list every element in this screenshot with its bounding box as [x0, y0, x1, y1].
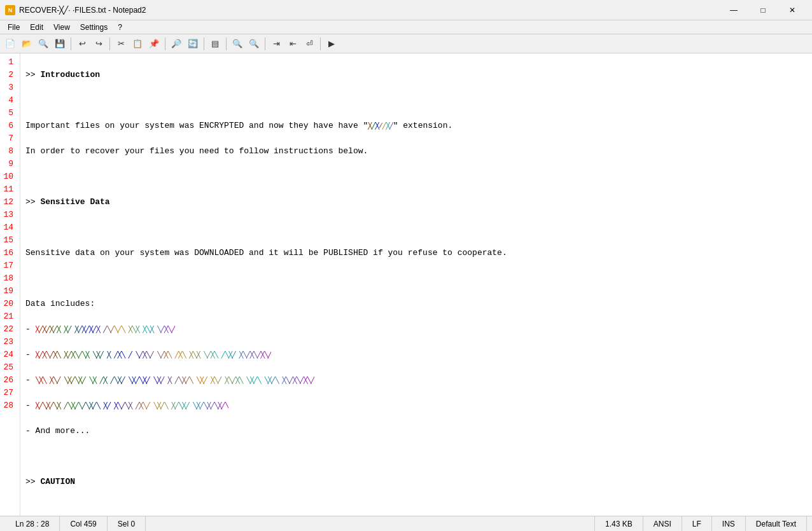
garbled-line-14: ╳╱╲╳╱╲╳ ╱╲╳╱╲╱╲╳╱╲ ╳╱ ╳╲╱╲╳ ╱╳╲╱ ╲╳╱╲ ╳╱…: [36, 402, 228, 410]
editor-line-13: - ╲╳╲ ╳╲╱ ╲╳╱╲╳╱ ╲╳ ╱╳ ╱╲╳╱ ╲╳╱╲╳╱ ╲╳╱ ╳…: [25, 374, 807, 387]
indent-button[interactable]: ⇥: [269, 36, 284, 52]
status-encoding: ANSI: [643, 516, 682, 531]
find-button[interactable]: 🔎: [169, 36, 184, 52]
new-button[interactable]: 📄: [3, 36, 18, 52]
toolbar-sep-1: [71, 38, 71, 50]
garbled-line-13: ╲╳╲ ╳╲╱ ╲╳╱╲╳╱ ╲╳ ╱╳ ╱╲╳╱ ╲╳╱╲╳╱ ╲╳╱ ╳ ╱…: [36, 376, 314, 384]
toolbar-sep-7: [320, 38, 321, 50]
status-position: Ln 28 : 28: [5, 516, 60, 531]
wrap-button[interactable]: ⏎: [302, 36, 317, 52]
title-left: N RECOVER-╳╱· ·FILES.txt - Notepad2: [5, 5, 146, 15]
editor-line-11: - ╳╱╳╱╳╱╳ ╳╱ ╳╱╳╱╳╱╳ ╱╲╱╲╱╲ ╳╲╳ ╳╲╳ ╲╱╳╲…: [25, 323, 807, 336]
editor-line-8: Sensitive data on your system was DOWNLO…: [25, 247, 807, 259]
unindent-button[interactable]: ⇤: [285, 36, 300, 52]
menu-edit[interactable]: Edit: [25, 22, 48, 33]
status-sel: Sel 0: [108, 516, 146, 531]
copy-button[interactable]: 📋: [130, 36, 145, 52]
status-ins: INS: [712, 516, 746, 531]
minimize-button[interactable]: —: [719, 0, 748, 20]
menu-settings[interactable]: Settings: [75, 22, 113, 33]
editor-line-12: - ╳╱╳╲╱╳╲ ╳╱╳╲╱╲╳ ╲╳╱ ╳ ╱╳╲ ╱ ╲╱╳╲╱ ╲╱╳╲…: [25, 348, 807, 361]
status-mode: Default Text: [746, 516, 807, 531]
garbled-line-11: ╳╱╳╱╳╱╳ ╳╱ ╳╱╳╱╳╱╳ ╱╲╱╲╱╲ ╳╲╳ ╳╲╳ ╲╱╳╲╱: [36, 326, 175, 333]
undo-button[interactable]: ↩: [74, 36, 90, 52]
run-button[interactable]: ▶: [324, 36, 339, 52]
editor-line-2: [25, 94, 807, 107]
line-numbers: 1234567891011121314151617181920212223242…: [0, 53, 20, 516]
editor-line-5: [25, 170, 807, 183]
status-bar: Ln 28 : 28 Col 459 Sel 0 1.43 KB ANSI LF…: [0, 516, 812, 531]
editor-line-15: - And more...: [25, 425, 807, 438]
toolbar-sep-3: [165, 38, 165, 50]
editor-content[interactable]: >> Introduction Important files on your …: [20, 53, 812, 516]
editor-line-6: >> Sensitive Data: [25, 196, 807, 209]
view-toggle-button[interactable]: ▤: [207, 36, 223, 52]
editor-line-9: [25, 272, 807, 285]
paste-button[interactable]: 📌: [146, 36, 162, 52]
status-size: 1.43 KB: [595, 516, 643, 531]
editor-line-4: In order to recover your files you need …: [25, 145, 807, 158]
caution-header: CAUTION: [40, 477, 75, 486]
editor: 1234567891011121314151617181920212223242…: [0, 53, 812, 516]
intro-header: Introduction: [40, 70, 100, 79]
editor-line-16: [25, 450, 807, 463]
editor-line-1: >> Introduction: [25, 69, 807, 81]
redo-button[interactable]: ↪: [91, 36, 106, 52]
toolbar-sep-5: [226, 38, 227, 50]
maximize-button[interactable]: □: [748, 0, 778, 20]
toolbar-sep-4: [204, 38, 204, 50]
window-controls: — □ ✕: [719, 0, 807, 20]
close-file-button[interactable]: 🔍: [36, 36, 51, 52]
menu-view[interactable]: View: [48, 22, 75, 33]
close-button[interactable]: ✕: [778, 0, 807, 20]
status-eol: LF: [682, 516, 712, 531]
app-icon: N: [5, 5, 15, 15]
toolbar-sep-2: [109, 38, 110, 50]
status-col: Col 459: [60, 516, 107, 531]
sensitive-header: Sensitive Data: [40, 197, 109, 207]
editor-line-17: >> CAUTION: [25, 476, 807, 488]
toolbar-sep-6: [265, 38, 265, 50]
zoom-in-button[interactable]: 🔍: [230, 36, 245, 52]
editor-line-3: Important files on your system was ENCRY…: [25, 120, 807, 132]
editor-line-14: - ╳╱╲╳╱╲╳ ╱╲╳╱╲╱╲╳╱╲ ╳╱ ╳╲╱╲╳ ╱╳╲╱ ╲╳╱╲ …: [25, 399, 807, 412]
cut-button[interactable]: ✂: [113, 36, 129, 52]
toolbar: 📄 📂 🔍 💾 ↩ ↪ ✂ 📋 📌 🔎 🔄 ▤ 🔍 🔍 ⇥ ⇤ ⏎ ▶: [0, 34, 812, 53]
title-text: RECOVER-╳╱· ·FILES.txt - Notepad2: [19, 6, 146, 15]
open-button[interactable]: 📂: [19, 36, 34, 52]
zoom-out-button[interactable]: 🔍: [246, 36, 262, 52]
editor-line-18: [25, 501, 807, 514]
save-button[interactable]: 💾: [52, 36, 67, 52]
editor-line-7: [25, 221, 807, 234]
editor-line-10: Data includes:: [25, 298, 807, 310]
title-bar: N RECOVER-╳╱· ·FILES.txt - Notepad2 — □ …: [0, 0, 812, 20]
status-spacer: [146, 516, 595, 531]
garbled-line-12: ╳╱╳╲╱╳╲ ╳╱╳╲╱╲╳ ╲╳╱ ╳ ╱╳╲ ╱ ╲╱╳╲╱ ╲╱╳╲ ╱…: [36, 351, 272, 359]
replace-button[interactable]: 🔄: [185, 36, 200, 52]
menu-bar: File Edit View Settings ?: [0, 20, 812, 34]
menu-help[interactable]: ?: [113, 22, 127, 33]
menu-file[interactable]: File: [3, 22, 25, 33]
garbled-extension: ╳╱╳/╱╳╱: [368, 122, 393, 130]
